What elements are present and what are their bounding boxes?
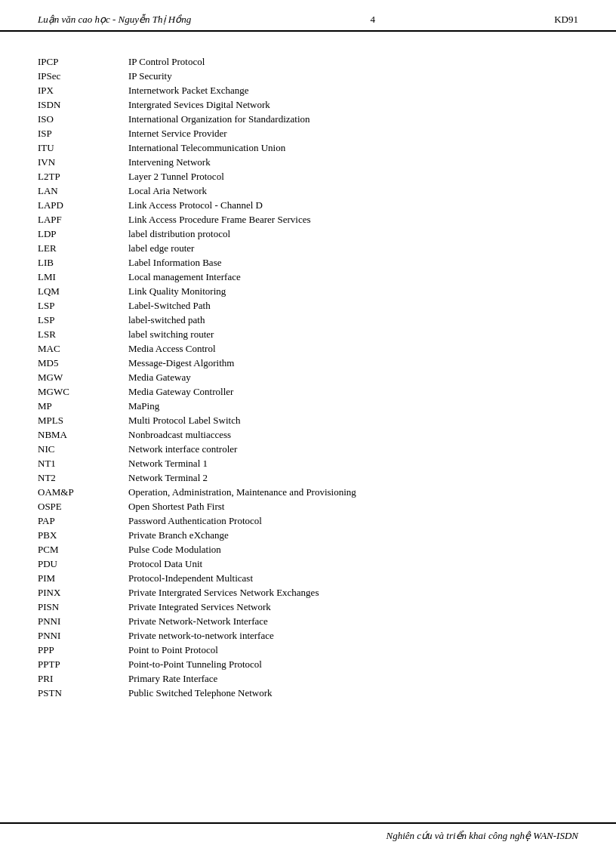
abbreviation-definition: Intergrated Sevices Digital Network <box>128 97 578 112</box>
abbreviation-term: NBMA <box>38 427 128 442</box>
abbreviation-term: LSR <box>38 327 128 341</box>
abbreviation-definition: Protocol-Independent Multicast <box>128 571 578 585</box>
table-row: PPPPoint to Point Protocol <box>38 643 578 657</box>
table-row: MGWMedia Gateway <box>38 370 578 384</box>
abbreviation-term: PNNI <box>38 614 128 628</box>
abbreviation-term: PNNI <box>38 628 128 643</box>
abbreviation-term: IPX <box>38 83 128 97</box>
abbreviation-term: LAPF <box>38 212 128 227</box>
abbreviation-term: IPSec <box>38 69 128 83</box>
abbreviation-definition: Media Gateway <box>128 370 578 384</box>
abbreviation-definition: Internetwork Packet Exchange <box>128 83 578 97</box>
table-row: NT2Network Terminal 2 <box>38 470 578 485</box>
abbreviation-definition: International Organization for Standardi… <box>128 112 578 126</box>
abbreviation-definition: Private Integrated Services Network <box>128 600 578 614</box>
table-row: PISNPrivate Integrated Services Network <box>38 600 578 614</box>
abbreviation-definition: International Telecommunication Union <box>128 140 578 155</box>
abbreviation-definition: Label-Switched Path <box>128 298 578 313</box>
table-row: IPCPIP Control Protocol <box>38 54 578 69</box>
abbreviation-definition: Intervening Network <box>128 155 578 169</box>
abbreviation-term: MGWC <box>38 384 128 399</box>
table-row: MGWCMedia Gateway Controller <box>38 384 578 399</box>
abbreviation-definition: MaPing <box>128 399 578 413</box>
abbreviation-definition: Link Access Protocol - Channel D <box>128 198 578 212</box>
main-content: IPCPIP Control ProtocolIPSecIP SecurityI… <box>0 32 616 723</box>
table-row: PINXPrivate Intergrated Services Network… <box>38 585 578 600</box>
abbreviation-definition: Open Shortest Path First <box>128 499 578 513</box>
abbreviation-definition: Multi Protocol Label Switch <box>128 413 578 427</box>
abbreviation-term: PINX <box>38 585 128 600</box>
footer-text: Nghiên cứu và triển khai công nghệ WAN-I… <box>386 830 578 842</box>
abbreviation-term: LSP <box>38 313 128 327</box>
abbreviation-definition: label edge router <box>128 241 578 255</box>
abbreviation-term: LSP <box>38 298 128 313</box>
abbreviation-definition: Nonbroadcast multiaccess <box>128 427 578 442</box>
page-footer: Nghiên cứu và triển khai công nghệ WAN-I… <box>0 822 616 848</box>
abbreviation-definition: Network Terminal 1 <box>128 456 578 470</box>
abbreviation-term: MGW <box>38 370 128 384</box>
abbreviation-term: MP <box>38 399 128 413</box>
abbreviation-definition: Internet Service Provider <box>128 126 578 140</box>
table-row: LSRlabel switching router <box>38 327 578 341</box>
table-row: IVNIntervening Network <box>38 155 578 169</box>
abbreviation-term: LMI <box>38 270 128 284</box>
abbreviation-term: MD5 <box>38 356 128 370</box>
abbreviation-term: LER <box>38 241 128 255</box>
table-row: OAM&POperation, Administration, Maintena… <box>38 485 578 499</box>
table-row: IPXInternetwork Packet Exchange <box>38 83 578 97</box>
table-row: NICNetwork interface controler <box>38 442 578 456</box>
abbreviation-definition: Local management Interface <box>128 270 578 284</box>
header-left: Luận văn cao học - Nguyễn Thị Hồng <box>38 14 191 26</box>
abbreviation-term: L2TP <box>38 169 128 183</box>
abbreviation-definition: Private Intergrated Services Network Exc… <box>128 585 578 600</box>
table-row: LSPlabel-switched path <box>38 313 578 327</box>
abbreviation-definition: label-switched path <box>128 313 578 327</box>
table-row: PNNIPrivate network-to-network interface <box>38 628 578 643</box>
abbreviation-definition: Protocol Data Unit <box>128 557 578 571</box>
page: Luận văn cao học - Nguyễn Thị Hồng 4 KD9… <box>0 0 616 848</box>
abbreviation-term: LAPD <box>38 198 128 212</box>
abbreviation-term: IPCP <box>38 54 128 69</box>
abbreviation-term: OAM&P <box>38 485 128 499</box>
abbreviation-term: PIM <box>38 571 128 585</box>
table-row: NBMANonbroadcast multiaccess <box>38 427 578 442</box>
abbreviation-definition: Operation, Administration, Maintenance a… <box>128 485 578 499</box>
abbreviation-definition: Private Branch eXchange <box>128 528 578 542</box>
abbreviation-term: ITU <box>38 140 128 155</box>
abbreviation-term: PPTP <box>38 657 128 671</box>
abbreviation-term: LQM <box>38 284 128 298</box>
abbreviation-term: PCM <box>38 542 128 557</box>
abbreviation-definition: Layer 2 Tunnel Protocol <box>128 169 578 183</box>
header-page-number: 4 <box>370 14 375 26</box>
table-row: MPLSMulti Protocol Label Switch <box>38 413 578 427</box>
abbreviation-definition: Media Access Control <box>128 341 578 356</box>
table-row: NT1Network Terminal 1 <box>38 456 578 470</box>
abbreviation-term: MPLS <box>38 413 128 427</box>
abbreviation-definition: Network Terminal 2 <box>128 470 578 485</box>
abbreviation-definition: Private network-to-network interface <box>128 628 578 643</box>
table-row: PBXPrivate Branch eXchange <box>38 528 578 542</box>
table-row: MPMaPing <box>38 399 578 413</box>
abbreviation-definition: Link Quality Monitoring <box>128 284 578 298</box>
abbreviation-definition: Password Authentication Protocol <box>128 513 578 528</box>
abbreviation-term: PPP <box>38 643 128 657</box>
abbreviation-term: OSPE <box>38 499 128 513</box>
abbreviation-term: PRI <box>38 671 128 686</box>
abbreviation-term: LIB <box>38 255 128 270</box>
table-row: PSTNPublic Switched Telephone Network <box>38 686 578 700</box>
abbreviation-term: IVN <box>38 155 128 169</box>
table-row: PNNIPrivate Network-Network Interface <box>38 614 578 628</box>
abbreviation-definition: IP Control Protocol <box>128 54 578 69</box>
abbreviation-term: ISO <box>38 112 128 126</box>
table-row: ISOInternational Organization for Standa… <box>38 112 578 126</box>
table-row: LIBLabel Information Base <box>38 255 578 270</box>
abbreviation-term: MAC <box>38 341 128 356</box>
table-row: LAPFLink Access Procedure Frame Bearer S… <box>38 212 578 227</box>
table-row: LDPlabel distribution protocol <box>38 227 578 241</box>
abbreviation-term: LAN <box>38 183 128 198</box>
abbreviation-term: PISN <box>38 600 128 614</box>
abbreviation-definition: Link Access Procedure Frame Bearer Servi… <box>128 212 578 227</box>
table-row: OSPEOpen Shortest Path First <box>38 499 578 513</box>
abbreviation-definition: Network interface controler <box>128 442 578 456</box>
table-row: ITUInternational Telecommunication Union <box>38 140 578 155</box>
